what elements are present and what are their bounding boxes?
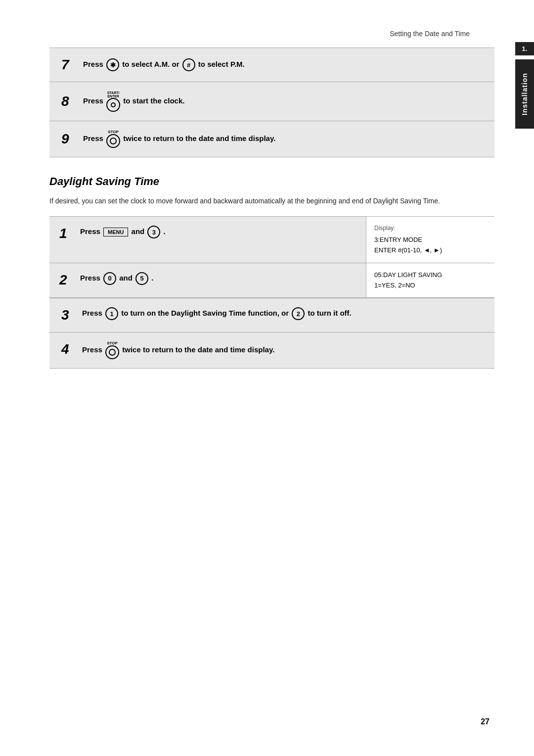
step-7-text: Press ✱ to select A.M. or # to select P.… [83, 58, 245, 71]
stop-icon: STOP [106, 130, 120, 148]
step-7-number: 7 [61, 57, 77, 73]
daylight-step-2-text: Press 0 and 5 . [80, 272, 153, 285]
daylight-step-2-right: 05:DAY LIGHT SAVING 1=YES, 2=NO [366, 263, 494, 298]
daylight-intro: If desired, you can set the clock to mov… [49, 196, 494, 206]
start-enter-icon: START/ENTER [106, 91, 120, 112]
daylight-step-2-row: 2 Press 0 and 5 . 05:DAY LIGHT SAVING 1=… [49, 263, 494, 298]
step-8-box: 8 Press START/ENTER to start the clock. [49, 82, 494, 121]
num-2-icon: 2 [292, 307, 305, 320]
daylight-step-1-left: 1 Press MENU and 3 . [49, 217, 366, 263]
daylight-step-3-box: 3 Press 1 to turn on the Daylight Saving… [49, 298, 494, 332]
daylight-step-1-row: 1 Press MENU and 3 . Display: 3:ENTRY MO… [49, 216, 494, 263]
display-line-2-1: 05:DAY LIGHT SAVING [374, 270, 487, 281]
num-5-icon: 5 [135, 272, 148, 285]
daylight-step-4-box: 4 Press STOP twice to return to the date… [49, 332, 494, 369]
daylight-step-3-number: 3 [61, 307, 77, 323]
hash-icon: # [182, 58, 195, 71]
step-8-text: Press START/ENTER to start the clock. [83, 91, 184, 112]
num-1-icon: 1 [105, 307, 118, 320]
step-9-text: Press STOP twice to return to the date a… [83, 130, 275, 148]
side-tab: Installation [515, 59, 534, 129]
menu-key-icon: MENU [103, 228, 128, 236]
display-line-1-1: 3:ENTRY MODE [374, 235, 487, 245]
daylight-step-1-right: Display: 3:ENTRY MODE ENTER #(01-10, ◄, … [366, 217, 494, 263]
daylight-step-3-text: Press 1 to turn on the Daylight Saving T… [82, 307, 352, 320]
daylight-step-4-number: 4 [61, 341, 77, 357]
asterisk-icon: ✱ [106, 58, 119, 71]
page-number: 27 [481, 717, 490, 726]
daylight-step-1-number: 1 [59, 226, 75, 241]
num-0-icon: 0 [103, 272, 116, 285]
step-9-number: 9 [61, 131, 77, 147]
page-header: Setting the Date and Time [49, 30, 494, 38]
display-line-2-2: 1=YES, 2=NO [374, 281, 487, 291]
daylight-step-2-left: 2 Press 0 and 5 . [49, 263, 366, 298]
stop-icon-2: STOP [105, 341, 119, 359]
step-7-box: 7 Press ✱ to select A.M. or # to select … [49, 47, 494, 82]
display-label-1: Display: [374, 224, 487, 233]
num-3-icon: 3 [147, 226, 160, 238]
daylight-step-4-text: Press STOP twice to return to the date a… [82, 341, 274, 359]
step-8-number: 8 [61, 94, 77, 109]
daylight-heading: Daylight Saving Time [49, 175, 494, 188]
page-container: 1. Installation Setting the Date and Tim… [0, 0, 534, 756]
daylight-step-2-number: 2 [59, 272, 75, 288]
tab-number: 1. [515, 42, 534, 55]
step-9-box: 9 Press STOP twice to return to the date… [49, 121, 494, 157]
daylight-step-1-text: Press MENU and 3 . [80, 226, 166, 238]
display-line-1-2: ENTER #(01-10, ◄, ►) [374, 245, 487, 256]
